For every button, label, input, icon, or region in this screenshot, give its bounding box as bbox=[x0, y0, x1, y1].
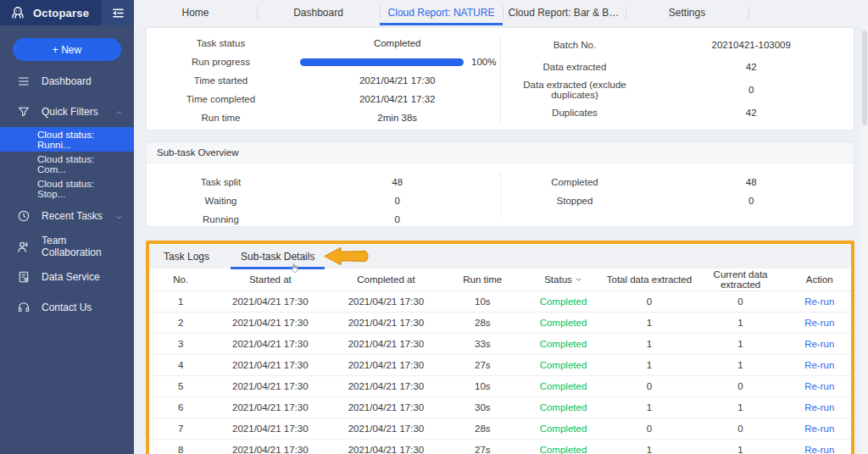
sidebar-item-cloud-status-com[interactable]: Cloud status: Com... bbox=[0, 152, 134, 176]
status-filter-chevron-icon[interactable] bbox=[575, 274, 582, 285]
overview-row-stopped: Stopped0 bbox=[501, 191, 854, 210]
table-cell: 3 bbox=[149, 333, 213, 354]
sidebar-item-cloud-status-runni[interactable]: Cloud status: Runni... bbox=[0, 127, 134, 152]
field-label: Data extracted bbox=[501, 62, 649, 72]
table-cell: 30s bbox=[444, 396, 521, 418]
run-progress-bar bbox=[300, 58, 464, 66]
field-label: Run time bbox=[147, 113, 295, 123]
sidebar-item-team-collaboration[interactable]: Team Collaboration bbox=[0, 231, 134, 262]
field-value: 2021/04/21 17:32 bbox=[295, 94, 500, 104]
column-header-completed-at: Completed at bbox=[328, 269, 444, 291]
table-cell: 2021/04/21 17:30 bbox=[328, 354, 444, 375]
table-cell: 2021/04/21 17:30 bbox=[328, 418, 444, 439]
table-cell: 1 bbox=[693, 439, 788, 454]
field-value: 2021/04/21 17:30 bbox=[295, 75, 500, 86]
re-run-link[interactable]: Re-run bbox=[787, 291, 851, 312]
details-tab-task-logs[interactable]: Task Logs bbox=[164, 251, 209, 263]
sidebar-item-data-service[interactable]: Data Service bbox=[0, 262, 134, 292]
table-cell: Completed bbox=[521, 333, 605, 354]
field-value: 0 bbox=[295, 214, 500, 224]
scrollbar-thumb[interactable] bbox=[862, 30, 867, 125]
summary-row-run-progress: Run progress100% bbox=[147, 53, 500, 71]
field-label: Stopped bbox=[501, 196, 649, 206]
summary-row-duplicates: Duplicates42 bbox=[501, 103, 854, 122]
sidebar-item-contact-us[interactable]: Contact Us bbox=[0, 292, 134, 323]
table-cell: 7 bbox=[149, 418, 213, 439]
tab-label: Settings bbox=[669, 7, 705, 19]
re-run-link[interactable]: Re-run bbox=[787, 439, 851, 454]
task-summary-card: Task statusCompletedRun progress100%Time… bbox=[146, 27, 854, 130]
table-cell: 2021/04/21 17:30 bbox=[328, 396, 444, 418]
table-cell: 0 bbox=[693, 291, 788, 312]
table-cell: 5 bbox=[149, 375, 213, 396]
table-cell: 2021/04/21 17:30 bbox=[213, 354, 329, 375]
table-row: 32021/04/21 17:302021/04/21 17:3033sComp… bbox=[149, 333, 851, 354]
table-cell: 27s bbox=[444, 354, 521, 375]
re-run-link[interactable]: Re-run bbox=[787, 354, 851, 375]
field-value: 0 bbox=[648, 196, 854, 206]
field-label: Running bbox=[147, 214, 295, 224]
overview-row-task-split: Task split48 bbox=[147, 173, 500, 191]
main-area: HomeDashboardCloud Report: NATURECloud R… bbox=[134, 0, 868, 454]
chevron-down-icon bbox=[115, 212, 124, 220]
details-tab-sub-task-details[interactable]: Sub-task Details bbox=[241, 251, 314, 263]
summary-row-time-started: Time started2021/04/21 17:30 bbox=[147, 71, 500, 90]
field-label: Time completed bbox=[147, 94, 295, 104]
table-cell: 1 bbox=[605, 312, 693, 333]
tab-cloud-report-nature[interactable]: Cloud Report: NATURE bbox=[380, 0, 503, 25]
sidebar-item-label: Dashboard bbox=[42, 75, 92, 87]
octoparse-app: Octoparse + New DashboardQuick FiltersCl… bbox=[0, 0, 868, 454]
summary-row-data-extracted-exclude-duplicates: Data extracted (exclude duplicates)0 bbox=[501, 80, 854, 100]
table-cell: 1 bbox=[605, 439, 693, 454]
table-cell: 10s bbox=[444, 291, 521, 312]
re-run-link[interactable]: Re-run bbox=[787, 333, 851, 354]
new-task-button[interactable]: + New bbox=[13, 38, 121, 61]
column-header-started-at: Started at bbox=[213, 269, 329, 291]
re-run-link[interactable]: Re-run bbox=[787, 396, 851, 418]
page-scrollbar[interactable] bbox=[861, 25, 868, 454]
tab-cloud-report-bar-buffet[interactable]: Cloud Report: Bar & Buffet ... bbox=[503, 0, 626, 25]
headset-icon bbox=[16, 301, 31, 315]
sidebar-item-label: Quick Filters bbox=[42, 106, 98, 118]
data-icon bbox=[16, 270, 31, 285]
re-run-link[interactable]: Re-run bbox=[787, 312, 851, 333]
table-cell: 2021/04/21 17:30 bbox=[328, 439, 444, 454]
octoparse-logo-icon bbox=[8, 3, 27, 22]
column-header-total-data-extracted: Total data extracted bbox=[605, 269, 693, 291]
table-cell: Completed bbox=[521, 439, 605, 454]
table-cell: 2021/04/21 17:30 bbox=[213, 333, 329, 354]
tab-dashboard[interactable]: Dashboard bbox=[257, 0, 380, 25]
sidebar-item-recent-tasks[interactable]: Recent Tasks bbox=[0, 201, 134, 231]
summary-row-task-status: Task statusCompleted bbox=[147, 34, 500, 53]
field-label: Waiting bbox=[147, 196, 295, 206]
subtask-details-section: Task LogsSub-task Details No.Started atC… bbox=[146, 241, 854, 454]
table-header-row: No.Started atCompleted atRun timeStatusT… bbox=[149, 269, 851, 291]
table-cell: 2021/04/21 17:30 bbox=[213, 291, 329, 312]
table-cell: Completed bbox=[521, 354, 605, 375]
sidebar-item-quick-filters[interactable]: Quick Filters bbox=[0, 97, 134, 127]
column-header-status[interactable]: Status bbox=[521, 269, 605, 291]
table-cell: 1 bbox=[149, 291, 213, 312]
table-cell: 1 bbox=[605, 396, 693, 418]
clock-icon bbox=[16, 209, 31, 224]
sidebar-collapse-icon[interactable] bbox=[102, 0, 134, 25]
column-header-current-data-extracted: Current data extracted bbox=[693, 269, 788, 291]
sidebar-item-label: Recent Tasks bbox=[42, 210, 103, 222]
table-cell: Completed bbox=[521, 396, 605, 418]
re-run-link[interactable]: Re-run bbox=[787, 418, 851, 439]
field-label: Run progress bbox=[147, 57, 295, 67]
table-cell: 2021/04/21 17:30 bbox=[328, 333, 444, 354]
field-value: 2min 38s bbox=[295, 113, 500, 123]
table-row: 12021/04/21 17:302021/04/21 17:3010sComp… bbox=[149, 291, 851, 312]
tab-home[interactable]: Home bbox=[134, 0, 257, 25]
table-cell: 0 bbox=[693, 418, 788, 439]
subtask-overview-card: Sub-task Overview Task split48Waiting0Ru… bbox=[146, 141, 854, 227]
subtask-overview-left: Task split48Waiting0Running0 bbox=[147, 167, 500, 224]
table-cell: 2021/04/21 17:30 bbox=[213, 375, 329, 396]
sidebar-item-dashboard[interactable]: Dashboard bbox=[0, 66, 134, 97]
menu-icon bbox=[16, 75, 31, 89]
sidebar-item-cloud-status-stop[interactable]: Cloud status: Stop... bbox=[0, 176, 134, 201]
tab-settings[interactable]: Settings bbox=[626, 0, 748, 25]
field-value: 100% bbox=[295, 57, 500, 67]
re-run-link[interactable]: Re-run bbox=[787, 375, 851, 396]
